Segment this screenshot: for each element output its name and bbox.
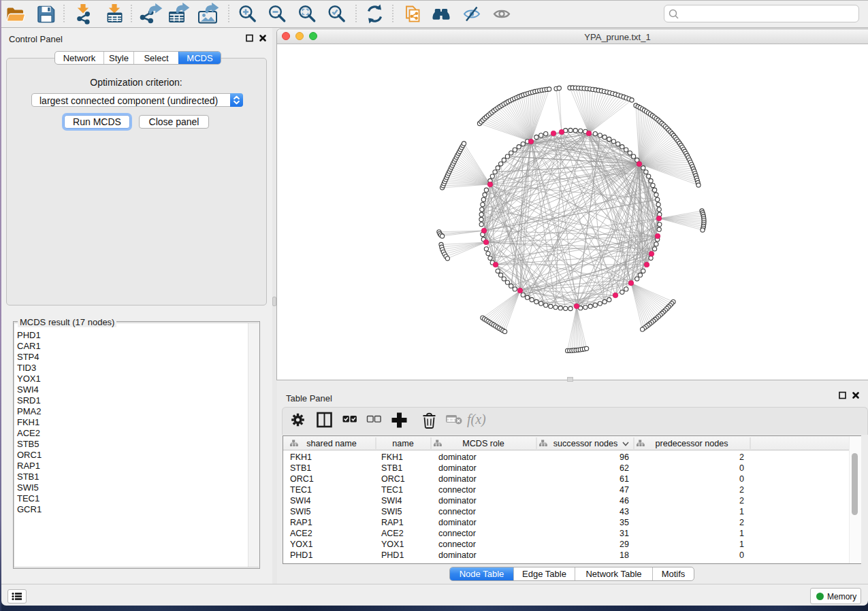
svg-text:MCDS role: MCDS role <box>462 439 504 448</box>
svg-text:f(x): f(x) <box>467 412 486 427</box>
svg-text:shared name: shared name <box>306 439 357 448</box>
svg-text:predecessor nodes: predecessor nodes <box>655 439 728 448</box>
svg-text:name: name <box>392 439 414 448</box>
svg-text:successor nodes: successor nodes <box>553 439 618 448</box>
